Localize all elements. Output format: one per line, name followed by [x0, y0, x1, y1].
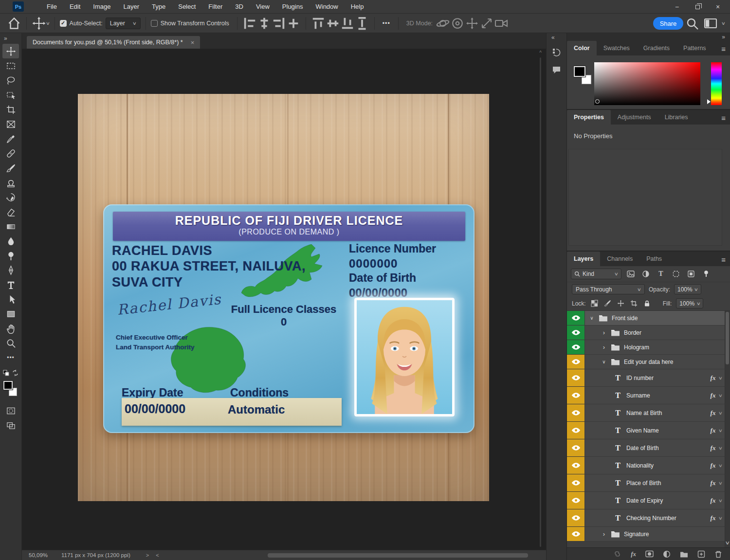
tool-lasso[interactable]: [2, 73, 19, 88]
layer-effects-badge[interactable]: fx∨: [711, 444, 722, 452]
tool-zoom[interactable]: [2, 336, 19, 350]
filter-shape-layers-button[interactable]: [670, 269, 682, 279]
layer-visibility-eye-icon[interactable]: [567, 527, 585, 541]
layer-row-checking-nnumber[interactable]: TChecking Nnumberfx∨: [567, 509, 730, 527]
layer-row-date-of-expiry[interactable]: TDate of Expiryfx∨: [567, 492, 730, 509]
layer-row-name-at-birth[interactable]: TName at Birthfx∨: [567, 404, 730, 422]
layer-effects-badge[interactable]: fx∨: [711, 497, 722, 505]
panels-collapse-button[interactable]: »: [722, 34, 725, 40]
foreground-color-swatch[interactable]: [3, 381, 13, 390]
dock-collapse-button[interactable]: «: [551, 34, 555, 41]
tool-dodge[interactable]: [2, 248, 19, 263]
layer-name[interactable]: Front side: [612, 315, 638, 322]
layer-name[interactable]: Name at Birth: [626, 410, 662, 416]
menu-window[interactable]: Window: [309, 3, 344, 10]
camera-3d-button[interactable]: [494, 17, 509, 30]
chevron-down-icon[interactable]: ∨: [721, 21, 726, 26]
scroll-down-icon[interactable]: ∨: [725, 540, 730, 545]
layer-row-given-name[interactable]: TGiven Namefx∨: [567, 422, 730, 439]
layer-row-place-of-birth[interactable]: TPlace of Birthfx∨: [567, 474, 730, 492]
layers-scrollbar-thumb[interactable]: [726, 312, 729, 364]
layer-name[interactable]: Border: [624, 329, 641, 336]
menu-image[interactable]: Image: [87, 3, 117, 10]
blend-mode-dropdown[interactable]: Pass Through ∨: [572, 284, 645, 294]
menu-edit[interactable]: Edit: [63, 3, 87, 10]
auto-select-checkbox[interactable]: ✓: [60, 20, 67, 27]
tool-gradient[interactable]: [2, 219, 19, 234]
tab-channels[interactable]: Channels: [600, 252, 639, 266]
chevron-down-icon[interactable]: ∨: [601, 359, 607, 364]
foreground-color-swatch[interactable]: [574, 66, 585, 77]
chevron-down-icon[interactable]: ∨: [589, 315, 595, 321]
layer-row-nationality[interactable]: TNationalityfx∨: [567, 457, 730, 474]
tool-preset-move[interactable]: [32, 17, 46, 30]
layer-row-signature[interactable]: ›Signature: [567, 527, 730, 542]
more-options-button[interactable]: •••: [383, 20, 390, 27]
layer-row-border[interactable]: ›Border: [567, 325, 730, 340]
layer-effects-badge[interactable]: fx∨: [711, 392, 722, 399]
orbit-3d-button[interactable]: [436, 17, 450, 30]
align-right-button[interactable]: [272, 17, 286, 30]
panel-menu-icon[interactable]: ≡: [721, 114, 725, 122]
saturation-brightness-field[interactable]: [594, 62, 700, 105]
layer-visibility-eye-icon[interactable]: [567, 474, 585, 491]
align-left-button[interactable]: [242, 17, 257, 30]
hue-slider-pointer[interactable]: [707, 99, 711, 104]
roll-3d-button[interactable]: [450, 17, 465, 30]
filter-smart-objects-button[interactable]: [685, 269, 697, 279]
canvas[interactable]: REPUBLIC OF FIJI DRIVER LICENCE (PRODUCE…: [22, 49, 546, 550]
tool-rectangle[interactable]: [2, 307, 19, 321]
search-button[interactable]: [685, 17, 699, 30]
layer-visibility-eye-icon[interactable]: [567, 369, 585, 386]
tool-object-selection[interactable]: [2, 88, 19, 102]
color-picker-handle[interactable]: [595, 99, 600, 104]
new-group-button[interactable]: [680, 551, 688, 558]
tool-spot-healing[interactable]: [2, 146, 19, 161]
home-button[interactable]: [7, 17, 21, 30]
align-top-button[interactable]: [311, 17, 326, 30]
layer-row-front-side[interactable]: ∨Front side: [567, 311, 730, 325]
scroll-up-icon[interactable]: ^: [538, 51, 543, 56]
screen-mode-button[interactable]: [2, 418, 19, 433]
layer-name[interactable]: Edit your data here: [624, 359, 673, 365]
tool-blur[interactable]: [2, 234, 19, 248]
layer-visibility-eye-icon[interactable]: [567, 311, 585, 325]
align-bottom-button[interactable]: [340, 17, 355, 30]
chevron-right-icon[interactable]: ›: [601, 530, 607, 538]
menu-plugins[interactable]: Plugins: [276, 3, 310, 10]
tab-properties[interactable]: Properties: [567, 110, 611, 125]
tool-pen[interactable]: [2, 263, 19, 277]
menu-layer[interactable]: Layer: [117, 3, 146, 10]
chevron-right-icon[interactable]: ›: [601, 343, 607, 351]
status-prev-icon[interactable]: <: [156, 552, 159, 558]
comments-panel-button[interactable]: [549, 62, 565, 77]
layer-visibility-eye-icon[interactable]: [567, 509, 585, 526]
status-next-icon[interactable]: >: [146, 552, 149, 558]
new-layer-button[interactable]: [697, 550, 705, 558]
canvas-vertical-scrollbar[interactable]: ^: [538, 51, 543, 547]
new-adjustment-layer-button[interactable]: [663, 550, 671, 558]
tab-libraries[interactable]: Libraries: [658, 110, 695, 125]
layer-name[interactable]: Place of Birth: [626, 480, 661, 487]
layer-name[interactable]: Checking Nnumber: [626, 515, 676, 522]
layer-row-edit-your-data-here[interactable]: ∨Edit your data here: [567, 355, 730, 369]
tab-swatches[interactable]: Swatches: [597, 41, 637, 55]
close-button[interactable]: ×: [708, 0, 728, 13]
slide-3d-button[interactable]: [479, 17, 494, 30]
document-image[interactable]: REPUBLIC OF FIJI DRIVER LICENCE (PRODUCE…: [78, 94, 489, 501]
layer-name[interactable]: Nationality: [626, 462, 654, 469]
menu-select[interactable]: Select: [172, 3, 202, 10]
layer-effects-badge[interactable]: fx∨: [711, 479, 722, 487]
tool-crop[interactable]: [2, 102, 19, 117]
layer-effects-badge[interactable]: fx∨: [711, 409, 722, 417]
tool-clone-stamp[interactable]: [2, 175, 19, 190]
tool-edit-toolbar[interactable]: •••: [2, 350, 19, 365]
layer-name[interactable]: Signature: [624, 531, 649, 538]
layer-visibility-eye-icon[interactable]: [567, 404, 585, 421]
tool-move[interactable]: [2, 44, 19, 58]
layer-name[interactable]: Given Name: [626, 427, 659, 434]
pan-3d-button[interactable]: [465, 17, 479, 30]
tab-color[interactable]: Color: [567, 41, 597, 55]
layer-visibility-eye-icon[interactable]: [567, 325, 585, 340]
panel-menu-icon[interactable]: ≡: [721, 255, 725, 264]
